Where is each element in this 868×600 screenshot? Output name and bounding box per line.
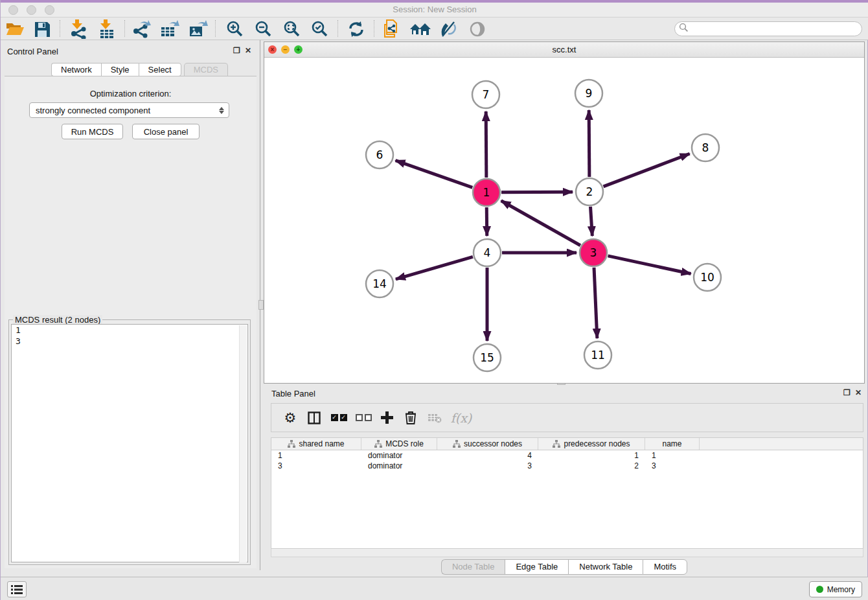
refresh-layout-icon[interactable] [345,19,367,39]
delete-table-disabled-icon [424,404,445,432]
edge-1-2[interactable] [501,192,573,192]
open-session-icon[interactable] [4,19,26,39]
column-header-shared-name[interactable]: shared name [271,438,361,450]
splitter-grip[interactable] [258,300,264,310]
table-cell[interactable]: dominator [361,450,437,461]
table-cell[interactable]: 3 [645,461,700,471]
result-line: 3 [12,336,247,347]
tab-node-table[interactable]: Node Table [441,559,505,575]
table-tabs: Node Table Edge Table Network Table Moti… [264,559,865,575]
toolbar-separator [215,20,216,37]
edge-4-14[interactable] [396,257,473,279]
table-cell[interactable]: 3 [271,461,361,471]
edge-2-3[interactable] [590,207,592,236]
result-line: 1 [12,325,247,336]
float-panel-icon[interactable]: ❐ [233,46,240,55]
edge-2-9[interactable] [589,110,589,177]
column-header-predecessor-nodes[interactable]: predecessor nodes [538,438,645,450]
table-cell[interactable]: 2 [538,461,645,471]
tab-edge-table[interactable]: Edge Table [505,559,568,575]
toolbar-separator [60,20,60,37]
search-input[interactable] [689,23,862,35]
save-session-icon[interactable] [31,19,53,39]
table-panel: Table Panel ❐ ✕ ⚙ ✓✓ f(x) s [264,386,865,577]
node-label-8: 8 [702,141,709,154]
zoom-in-icon[interactable] [224,19,246,39]
tab-style[interactable]: Style [101,63,139,76]
network-graph[interactable]: 7968124314101511 [264,58,864,383]
node-label-11: 11 [591,349,605,362]
tab-network[interactable]: Network [51,63,101,76]
node-label-10: 10 [700,271,714,284]
close-panel-icon[interactable]: ✕ [245,46,251,55]
tab-network-table[interactable]: Network Table [568,559,643,575]
home-icon[interactable] [409,19,431,39]
show-columns-icon[interactable] [304,404,325,432]
mcds-result-title: MCDS result (2 nodes) [13,315,102,325]
edge-3-10[interactable] [608,256,691,274]
node-label-2: 2 [586,185,593,198]
zoom-out-icon[interactable] [253,19,275,39]
scrollbar-track[interactable] [239,325,247,562]
tab-motifs[interactable]: Motifs [643,559,687,575]
table-row[interactable]: 3dominator323 [271,461,863,471]
close-window-button[interactable] [8,5,18,15]
node-label-4: 4 [484,246,491,259]
table-cell[interactable]: 1 [645,450,700,461]
clone-network-icon[interactable] [381,19,403,39]
task-history-button[interactable] [7,581,27,597]
table-row[interactable]: 1dominator411 [271,450,863,461]
table-body[interactable]: 1dominator4113dominator323 [271,450,863,549]
edge-2-8[interactable] [604,154,690,187]
table-cell[interactable]: 1 [538,450,645,461]
horizontal-scrollbar-track[interactable] [271,549,863,557]
tab-select[interactable]: Select [139,63,181,76]
application-window: Session: New Session [0,0,868,600]
style-toggle-icon[interactable] [437,19,459,39]
select-all-columns-icon[interactable]: ✓✓ [328,404,349,432]
maximize-view-button[interactable]: + [294,45,303,54]
minimize-view-button[interactable]: − [281,45,290,54]
export-image-icon[interactable] [187,19,209,39]
table-cell[interactable]: dominator [361,461,437,471]
network-window-titlebar[interactable]: × − + scc.txt [264,42,864,58]
close-view-button[interactable]: × [268,45,277,54]
table-cell[interactable]: 3 [437,461,538,471]
run-mcds-button[interactable]: Run MCDS [62,124,123,139]
column-header-label: successor nodes [464,439,522,448]
delete-columns-trash-icon[interactable] [401,404,420,432]
edge-1-6[interactable] [396,161,473,188]
search-box[interactable] [674,21,862,36]
edge-3-1[interactable] [501,201,580,246]
zoom-fit-icon[interactable] [281,19,303,39]
float-panel-icon[interactable]: ❐ [843,388,851,397]
zoom-selected-icon[interactable] [309,19,331,39]
control-panel-tabs: Network Style Select MCDS [51,63,228,76]
column-header-label: name [662,439,681,448]
column-header-MCDS-role[interactable]: MCDS role [361,438,437,450]
minimize-window-button[interactable] [27,5,36,15]
optimization-criterion-select[interactable]: strongly connected component [29,102,229,118]
import-table-icon[interactable] [97,19,119,39]
column-header-successor-nodes[interactable]: successor nodes [437,438,538,450]
memory-button[interactable]: Memory [809,581,862,597]
main-toolbar [1,17,868,40]
export-network-icon[interactable] [131,19,153,39]
zoom-window-button[interactable] [45,5,54,15]
edge-3-11[interactable] [594,268,597,338]
import-network-icon[interactable] [68,19,90,39]
tab-mcds[interactable]: MCDS [184,63,228,76]
unselect-all-columns-icon[interactable] [353,404,374,432]
add-column-icon[interactable] [377,404,396,432]
table-options-gear-icon[interactable]: ⚙ [280,404,300,432]
mcds-result-textarea[interactable]: 1 3 [11,324,248,562]
table-cell[interactable]: 4 [437,450,538,461]
close-panel-icon[interactable]: ✕ [855,388,862,397]
column-header-name[interactable]: name [645,438,700,450]
close-panel-button[interactable]: Close panel [132,124,200,139]
edge-1-7[interactable] [486,111,486,178]
export-table-icon[interactable] [159,19,181,39]
column-header-label: predecessor nodes [564,439,630,448]
network-canvas[interactable]: 7968124314101511 [264,58,864,383]
table-cell[interactable]: 1 [271,450,361,461]
